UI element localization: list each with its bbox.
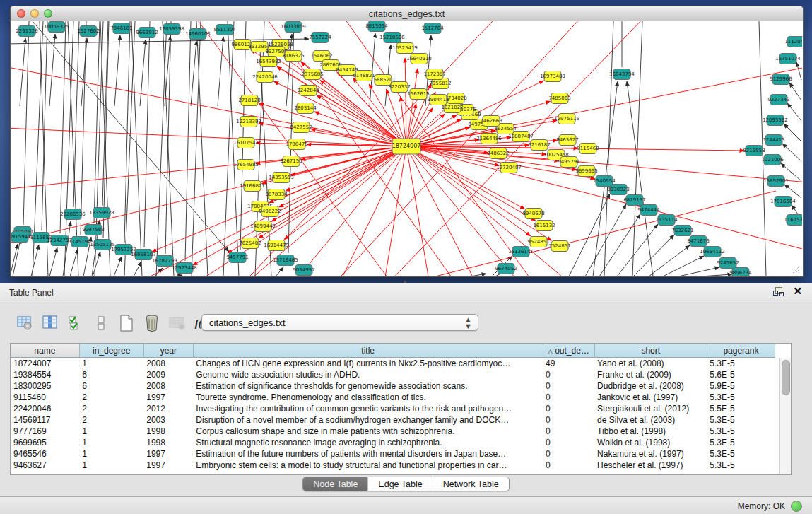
network-node[interactable]: 2291326: [16, 26, 38, 37]
edge[interactable]: [196, 21, 208, 276]
edge[interactable]: [633, 235, 674, 276]
network-node-selected[interactable]: 8186325: [282, 51, 304, 62]
edge[interactable]: [156, 21, 167, 276]
network-node[interactable]: 9227343: [767, 95, 789, 105]
table-row[interactable]: 2242004622012Investigating the contribut…: [11, 403, 775, 414]
network-node[interactable]: 9674052: [495, 264, 517, 274]
column-visibility-icon[interactable]: [40, 313, 61, 334]
network-node[interactable]: 17359928: [89, 208, 114, 218]
network-node[interactable]: 15218506: [379, 33, 405, 43]
table-cell[interactable]: 1997: [143, 392, 193, 403]
edge[interactable]: [663, 256, 704, 276]
table-cell[interactable]: 18300295: [11, 380, 79, 392]
edge[interactable]: [155, 268, 163, 276]
table-cell[interactable]: 5.5E-5: [707, 403, 775, 414]
table-cell[interactable]: Tourette syndrome. Phenomenology and cla…: [193, 392, 543, 403]
table-cell[interactable]: 5.3E-5: [707, 358, 775, 370]
edge[interactable]: [140, 40, 146, 106]
table-cell[interactable]: Tibbo et al. (1998): [594, 426, 707, 437]
table-cell[interactable]: Yano et al. (2008): [594, 358, 707, 370]
network-node-selected[interactable]: 1615132: [533, 221, 555, 231]
new-column-icon[interactable]: [116, 313, 137, 334]
network-node[interactable]: 8215958: [743, 146, 765, 156]
edge[interactable]: [192, 21, 201, 276]
table-cell[interactable]: 1998: [143, 426, 193, 437]
table-cell[interactable]: Wolkin et al. (1998): [594, 437, 707, 448]
edge-selected[interactable]: [379, 146, 406, 276]
tab-network-table[interactable]: Network Table: [433, 477, 509, 491]
network-node[interactable]: 6879197: [623, 195, 645, 206]
table-cell[interactable]: 19384554: [11, 369, 79, 380]
network-node-selected[interactable]: 8940678: [522, 209, 544, 219]
table-cell[interactable]: 49: [543, 358, 594, 370]
network-node[interactable]: 15136141: [508, 247, 534, 257]
tab-edge-table[interactable]: Edge Table: [368, 477, 433, 491]
network-node[interactable]: 1145194: [69, 237, 91, 247]
column-header-pagerank[interactable]: pagerank: [707, 344, 775, 358]
network-node[interactable]: 15716485: [273, 255, 298, 266]
float-panel-icon[interactable]: [773, 286, 783, 296]
table-cell[interactable]: Changes of HCN gene expression and I(f) …: [193, 358, 543, 370]
edge[interactable]: [218, 37, 223, 106]
network-node[interactable]: 9856234: [729, 268, 752, 276]
edge[interactable]: [131, 21, 142, 276]
table-row[interactable]: 946362711997Embryonic stem cells: a mode…: [11, 460, 775, 471]
table-cell[interactable]: Corpus callosum shape and size in male p…: [193, 426, 543, 437]
table-cell[interactable]: Disruption of a novel member of a sodium…: [193, 414, 543, 426]
edge[interactable]: [11, 244, 18, 276]
table-cell[interactable]: Estimation of the future numbers of pati…: [193, 448, 543, 460]
edge-selected[interactable]: [406, 146, 802, 255]
edge[interactable]: [13, 239, 20, 276]
table-cell[interactable]: Hescheler et al. (1997): [594, 460, 707, 471]
edge[interactable]: [627, 81, 653, 276]
network-node-selected[interactable]: 17654985: [233, 160, 259, 170]
table-cell[interactable]: 5.3E-5: [707, 426, 775, 437]
memory-status-indicator[interactable]: [791, 501, 802, 512]
column-header-year[interactable]: year: [143, 344, 193, 358]
network-node-selected[interactable]: 12213393: [236, 117, 261, 127]
network-node-selected[interactable]: 8878334: [265, 189, 288, 200]
edge[interactable]: [276, 267, 283, 276]
network-node-selected[interactable]: 22420046: [252, 72, 278, 83]
table-cell[interactable]: de Silva et al. (2003): [594, 414, 707, 426]
table-cell[interactable]: 6: [79, 380, 143, 392]
network-node[interactable]: 9034957: [293, 265, 314, 276]
edge[interactable]: [370, 33, 375, 106]
edge-selected[interactable]: [406, 146, 492, 276]
table-row[interactable]: 1456911722003Disruption of a novel membe…: [11, 414, 775, 426]
table-cell[interactable]: 1: [79, 426, 143, 437]
network-node-selected[interactable]: 1562615: [407, 89, 429, 100]
network-node[interactable]: 12923448: [172, 263, 197, 274]
table-cell[interactable]: 2: [79, 414, 143, 426]
network-node-selected[interactable]: 12720407: [496, 163, 522, 173]
network-node[interactable]: 16033809: [281, 22, 306, 33]
network-node-selected[interactable]: 21364486: [476, 134, 502, 144]
network-node[interactable]: 10654112: [700, 247, 725, 257]
network-node-selected[interactable]: 7524851: [548, 241, 570, 252]
network-node-selected[interactable]: 2718120: [238, 95, 260, 106]
table-cell[interactable]: 1: [79, 358, 143, 370]
network-view-window[interactable]: citations_edges.txt 18724007986012889129…: [10, 6, 804, 277]
column-header-title[interactable]: title: [193, 344, 543, 358]
edge[interactable]: [240, 21, 246, 250]
edge[interactable]: [789, 83, 801, 100]
table-cell[interactable]: 1997: [143, 448, 193, 460]
network-node[interactable]: 9457791: [226, 252, 248, 263]
edge[interactable]: [585, 204, 626, 276]
network-node[interactable]: 8471676: [687, 236, 710, 247]
table-cell[interactable]: 5.3E-5: [707, 448, 775, 460]
table-cell[interactable]: 5.9E-5: [707, 380, 775, 392]
network-node[interactable]: 1112043: [784, 37, 802, 47]
network-node[interactable]: 16643794: [609, 69, 635, 80]
table-cell[interactable]: 6: [79, 369, 143, 380]
network-node-selected[interactable]: 8220337: [388, 82, 410, 93]
node-table[interactable]: namein_degreeyeartitle△out_de…shortpager…: [11, 344, 775, 471]
table-cell[interactable]: 2: [79, 403, 143, 414]
table-cell[interactable]: 9699695: [11, 437, 79, 448]
network-node-selected[interactable]: 12975115: [554, 114, 579, 124]
network-node[interactable]: 1512764: [421, 23, 444, 34]
edge[interactable]: [60, 21, 66, 233]
edge[interactable]: [94, 21, 100, 223]
edge[interactable]: [649, 245, 690, 276]
table-row[interactable]: 1830029562008Estimation of significance …: [11, 380, 775, 392]
